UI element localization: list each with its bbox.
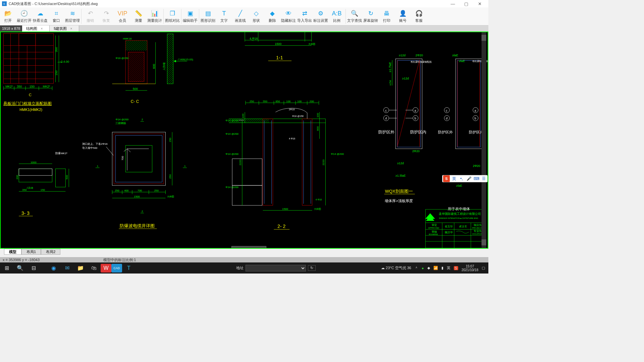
cadviewer-icon[interactable]: CAD xyxy=(111,264,122,273)
ribbon-support-button[interactable]: 🎧客服 xyxy=(411,7,427,25)
ribbon-findtext-button[interactable]: 🔍文字查找 xyxy=(346,7,363,25)
ribbon-compare-button[interactable]: ❐图纸对比 xyxy=(164,7,180,25)
svg-text:4 Φ16: 4 Φ16 xyxy=(250,37,258,40)
ime-toolbar[interactable]: S 英 •, 🎤 ⌨ ☰ xyxy=(442,175,488,182)
svg-text:≥1.7laE: ≥1.7laE xyxy=(388,62,392,72)
ribbon-annoset-button[interactable]: ⚙标注设置 xyxy=(313,7,329,25)
svg-text:700: 700 xyxy=(121,156,124,161)
tray-ime-icon[interactable]: S xyxy=(454,266,458,270)
ime-keyboard[interactable]: ⌨ xyxy=(473,176,480,181)
ribbon-recent-button[interactable]: 🕘最近打开 xyxy=(16,7,32,25)
scrollbar-v xyxy=(482,32,486,248)
address-combo[interactable] xyxy=(246,265,306,272)
ribbon-scale-button[interactable]: A:B比例 xyxy=(329,7,345,25)
line-icon: ╱ xyxy=(236,10,244,17)
tab-5建筑图[interactable]: 5建筑图× xyxy=(50,25,79,32)
wps-icon[interactable]: W xyxy=(101,264,111,273)
window-title: CAD快速看图 - C:\Users\acer\Desktop\51#结构图.d… xyxy=(9,1,98,6)
title-block: 圣华国际建筑工程设计有限公司 SHENGH INTENATION▲CHITETU… xyxy=(426,209,486,248)
close-button[interactable]: ✕ xyxy=(473,1,486,6)
ime-punct[interactable]: •, xyxy=(458,176,465,181)
tab-结构图[interactable]: 结构图× xyxy=(22,25,50,32)
maximize-button[interactable]: ▢ xyxy=(460,1,473,6)
tray-battery-icon[interactable]: ▮ xyxy=(441,266,443,270)
store-icon[interactable]: 🛍 xyxy=(87,262,101,274)
measure-icon: 📏 xyxy=(135,10,142,17)
svg-text:审核: 审核 xyxy=(432,230,437,233)
tray-notifications-icon[interactable]: ▢ xyxy=(482,266,485,270)
svg-text:HMK1(HMK2): HMK1(HMK2) xyxy=(19,108,42,112)
tray-app-icon[interactable]: ◆ xyxy=(427,266,430,270)
tab-close-icon[interactable]: × xyxy=(41,27,43,31)
svg-text:2- 2: 2- 2 xyxy=(277,224,285,229)
svg-text:C: C xyxy=(29,93,32,97)
drawing-canvas[interactable]: MK2* 350 150 MK2* -2.4.00 350150 C 悬板活门门… xyxy=(0,32,488,249)
ribbon-rotate-button[interactable]: ↻屏幕旋转 xyxy=(363,7,379,25)
stats-icon: 📊 xyxy=(151,10,158,17)
ribbon-print-button[interactable]: 🖶打印 xyxy=(379,7,395,25)
fig-2-2: 250550850100100200 2Φ18 Φ14 @200 Φ14 @20… xyxy=(225,100,344,230)
print-icon: 🖶 xyxy=(383,10,390,17)
ribbon-hide-button[interactable]: 👁隐藏标注 xyxy=(280,7,297,25)
tray-lang[interactable]: 英 xyxy=(447,265,450,270)
start-button[interactable]: ⊞ xyxy=(0,262,13,274)
compare-icon: ❐ xyxy=(169,10,176,17)
svg-text:三级钢筋: 三级钢筋 xyxy=(115,122,126,125)
ribbon-delete-button[interactable]: ◆删除 xyxy=(264,7,280,25)
delete-icon: ◆ xyxy=(269,10,276,17)
tray-clock[interactable]: 15:072021/10/18 xyxy=(462,264,478,272)
layout-tab-布局1[interactable]: 布局1 xyxy=(21,249,41,255)
edge-icon[interactable]: ◉ xyxy=(47,262,60,274)
cloud-icon: ☁ xyxy=(37,10,44,17)
svg-text:≥laE: ≥laE xyxy=(452,54,458,57)
explorer-icon[interactable]: 📁 xyxy=(74,262,87,274)
ribbon-text-button[interactable]: T文字 xyxy=(216,7,232,25)
tray-wechat-icon[interactable]: ● xyxy=(422,266,424,270)
ime-menu[interactable]: ☰ xyxy=(480,176,487,181)
ribbon-open-button[interactable]: 📂打开 xyxy=(0,7,16,25)
weather-widget[interactable]: ☁ 23°C 空气优 36 xyxy=(381,265,411,270)
ribbon-line-button[interactable]: ╱画直线 xyxy=(232,7,248,25)
ribbon-helper-button[interactable]: ▣编辑助手 xyxy=(182,7,198,25)
go-button[interactable]: ↻ xyxy=(308,265,316,271)
io-icon: ⇄ xyxy=(301,10,308,17)
text-icon: T xyxy=(220,10,228,17)
scale-readout: 模型中的标注比例:1 xyxy=(103,257,136,262)
search-icon[interactable]: 🔍 xyxy=(13,262,27,274)
ribbon-shape-button[interactable]: ◇形状 xyxy=(248,7,264,25)
ribbon-io-button[interactable]: ⇄导入导出 xyxy=(297,7,313,25)
svg-text:项目负: 项目负 xyxy=(474,224,482,227)
svg-text:2Φ20: 2Φ20 xyxy=(416,54,423,57)
tray-wifi-icon[interactable]: 📶 xyxy=(433,266,438,270)
svg-text:4 Φ16: 4 Φ16 xyxy=(289,137,295,140)
svg-text:250: 250 xyxy=(169,137,172,142)
fig-1-1: 4 Φ16 1500 大样图 1-1 xyxy=(245,32,315,61)
tray-chevron-icon[interactable]: ＾ xyxy=(415,265,418,270)
ribbon-window-button[interactable]: ⌗窗口 xyxy=(48,7,64,25)
minimize-button[interactable]: — xyxy=(446,1,460,6)
tab-close-icon[interactable]: × xyxy=(70,27,72,31)
ime-lang[interactable]: 英 xyxy=(450,176,458,182)
layout-tab-布局2[interactable]: 布局2 xyxy=(41,249,60,255)
mail-icon[interactable]: ✉ xyxy=(60,262,74,274)
ribbon-measure-button[interactable]: 📏测量 xyxy=(130,7,147,25)
ribbon-vip-button[interactable]: VIP会员 xyxy=(114,7,130,25)
svg-text:≥laE: ≥laE xyxy=(459,59,465,63)
ime-voice[interactable]: 🎤 xyxy=(465,176,473,181)
ribbon-recog-button[interactable]: ▤图形识别 xyxy=(200,7,216,25)
ribbon-cloud-button[interactable]: ☁快看云盘 xyxy=(32,7,48,25)
app-t-icon[interactable]: T xyxy=(122,262,136,274)
ribbon-account-button[interactable]: 👤账号 xyxy=(395,7,411,25)
svg-text:1500: 1500 xyxy=(282,207,288,210)
layout-tab-模型[interactable]: 模型 xyxy=(4,249,21,255)
scale-icon: A:B xyxy=(333,10,340,17)
ribbon-stats-button[interactable]: 📊测量统计 xyxy=(147,7,163,25)
svg-text:a: a xyxy=(475,109,476,112)
svg-line-84 xyxy=(106,147,114,156)
findtext-icon: 🔍 xyxy=(351,10,358,17)
ribbon-layer-button[interactable]: ≋图层管理 xyxy=(64,7,80,25)
taskview-icon[interactable]: ⊟ xyxy=(27,262,40,274)
svg-text:防爆波电缆井详图: 防爆波电缆井详图 xyxy=(120,223,155,228)
svg-text:2: 2 xyxy=(142,118,143,121)
ribbon-toolbar: 📂打开🕘最近打开☁快看云盘⌗窗口≋图层管理↶撤销↷恢复VIP会员📏测量📊测量统计… xyxy=(0,7,488,25)
